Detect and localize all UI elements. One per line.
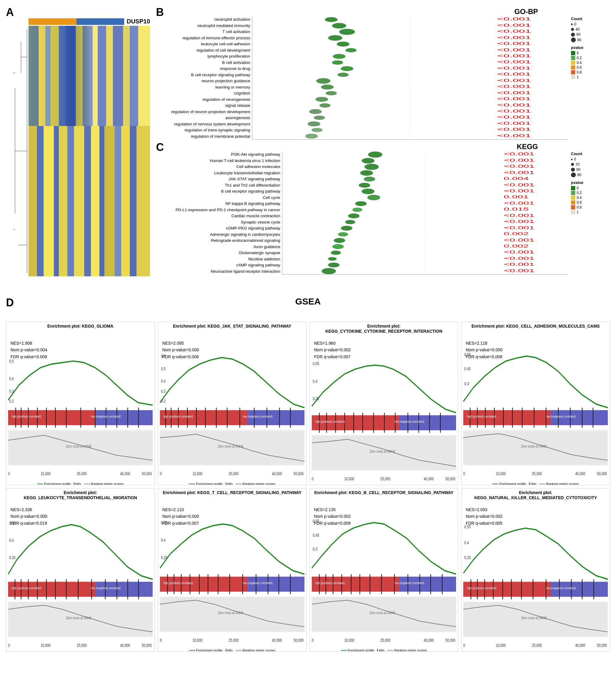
svg-text:Zero cross at 34046: Zero cross at 34046 bbox=[66, 444, 92, 449]
svg-rect-28 bbox=[54, 126, 59, 276]
svg-rect-15 bbox=[66, 26, 76, 126]
svg-text:<0.001: <0.001 bbox=[497, 121, 531, 126]
svg-text:<0.001: <0.001 bbox=[504, 170, 535, 175]
svg-text:40,000: 40,000 bbox=[575, 643, 586, 648]
gsea-card-nk: Enrichment plot: KEGG_NATURAL_KILLER_CEL… bbox=[461, 488, 610, 652]
svg-text:0.002: 0.002 bbox=[504, 244, 529, 248]
svg-text:<0.001: <0.001 bbox=[497, 127, 531, 132]
svg-point-102 bbox=[352, 208, 362, 212]
svg-point-48 bbox=[332, 23, 346, 28]
svg-rect-178 bbox=[279, 408, 280, 428]
svg-text:0: 0 bbox=[160, 638, 162, 643]
svg-rect-21 bbox=[113, 26, 123, 126]
svg-text:10,000: 10,000 bbox=[344, 638, 354, 643]
svg-text:high (positively correlated): high (positively correlated) bbox=[12, 415, 41, 419]
svg-text:25,000: 25,000 bbox=[77, 643, 87, 648]
panel-a: A DUSP10 bbox=[6, 6, 150, 276]
svg-point-101 bbox=[355, 201, 367, 206]
svg-text:50,000: 50,000 bbox=[293, 471, 303, 476]
gsea-card-title-cell-adhesion: Enrichment plot: KEGG_CELL_ADHESION_MOLE… bbox=[463, 324, 608, 329]
svg-text:<0.001: <0.001 bbox=[497, 53, 531, 58]
svg-rect-200 bbox=[362, 412, 363, 433]
svg-text:0.55: 0.55 bbox=[313, 361, 319, 366]
svg-point-66 bbox=[305, 134, 318, 139]
svg-text:high (positively correlated): high (positively correlated) bbox=[467, 415, 496, 419]
svg-text:low (negatively correlated): low (negatively correlated) bbox=[395, 581, 424, 585]
svg-point-51 bbox=[337, 42, 349, 47]
svg-text:40,000: 40,000 bbox=[575, 471, 586, 476]
svg-text:<0.001: <0.001 bbox=[504, 225, 535, 230]
svg-point-49 bbox=[339, 29, 355, 35]
gsea-grid: Enrichment plot: KEGG_GLIOMA NES=1.908 N… bbox=[6, 322, 610, 652]
gsea-stats-cell-adhesion: NES=2.118 Nom p-value=0.000 FDR q-value=… bbox=[466, 340, 502, 360]
svg-text:0.3: 0.3 bbox=[313, 546, 317, 551]
gsea-card-title-glioma: Enrichment plot: KEGG_GLIOMA bbox=[8, 324, 153, 329]
panel-c-label: C bbox=[156, 141, 164, 154]
svg-text:0.4: 0.4 bbox=[9, 376, 14, 381]
svg-rect-311 bbox=[442, 574, 442, 594]
svg-rect-175 bbox=[239, 408, 240, 428]
svg-text:<0.001: <0.001 bbox=[497, 60, 531, 65]
svg-text:<0.001: <0.001 bbox=[497, 29, 531, 33]
svg-point-56 bbox=[338, 73, 349, 77]
svg-rect-206 bbox=[429, 412, 430, 433]
svg-text:0.3: 0.3 bbox=[9, 388, 14, 394]
svg-text:40,000: 40,000 bbox=[120, 471, 130, 476]
svg-text:<0.001: <0.001 bbox=[497, 72, 531, 77]
svg-rect-310 bbox=[430, 574, 431, 594]
svg-rect-207 bbox=[440, 412, 440, 433]
svg-rect-259 bbox=[138, 579, 139, 599]
svg-text:high (positively correlated): high (positively correlated) bbox=[163, 581, 193, 585]
svg-rect-232 bbox=[582, 408, 583, 428]
svg-point-100 bbox=[367, 195, 380, 200]
svg-rect-277 bbox=[199, 574, 200, 594]
svg-point-106 bbox=[338, 232, 348, 236]
svg-text:<0.001: <0.001 bbox=[497, 90, 531, 95]
svg-text:high (positively correlated): high (positively correlated) bbox=[315, 581, 345, 585]
svg-text:0: 0 bbox=[463, 471, 465, 476]
svg-text:0.4: 0.4 bbox=[313, 378, 317, 383]
svg-text:high (positively correlated): high (positively correlated) bbox=[315, 420, 345, 424]
svg-rect-306 bbox=[381, 574, 382, 594]
svg-text:<0.001: <0.001 bbox=[497, 133, 531, 138]
svg-text:0: 0 bbox=[312, 476, 314, 481]
svg-text:high (positively correlated): high (positively correlated) bbox=[12, 586, 41, 590]
svg-text:25,000: 25,000 bbox=[380, 638, 390, 643]
svg-text:40,000: 40,000 bbox=[272, 638, 282, 643]
panel-c: C KEGG PI3K-Akt signaling pathway Human … bbox=[156, 141, 610, 276]
svg-rect-228 bbox=[534, 408, 534, 428]
svg-text:<0.001: <0.001 bbox=[497, 96, 531, 101]
gsea-card-tcell: Enrichment plot: KEGG_T_CELL_RECEPTOR_SI… bbox=[158, 488, 306, 652]
svg-text:<0.001: <0.001 bbox=[504, 164, 535, 169]
svg-text:low (negatively correlated): low (negatively correlated) bbox=[546, 415, 576, 419]
svg-rect-34 bbox=[99, 126, 105, 276]
svg-text:Zero cross at 34046: Zero cross at 34046 bbox=[521, 444, 547, 449]
svg-rect-20 bbox=[106, 26, 113, 126]
svg-text:low (negatively correlated): low (negatively correlated) bbox=[546, 586, 576, 590]
svg-text:0.25: 0.25 bbox=[465, 555, 471, 560]
svg-rect-12 bbox=[45, 26, 50, 126]
svg-rect-285 bbox=[290, 574, 290, 594]
svg-point-104 bbox=[345, 220, 355, 224]
svg-text:Zero cross at 34046: Zero cross at 34046 bbox=[217, 610, 243, 615]
svg-text:0.3: 0.3 bbox=[465, 381, 469, 386]
svg-text:0.5: 0.5 bbox=[161, 366, 165, 371]
svg-point-58 bbox=[321, 85, 334, 89]
svg-text:<0.001: <0.001 bbox=[504, 182, 535, 187]
svg-rect-31 bbox=[74, 126, 84, 276]
svg-point-99 bbox=[361, 189, 374, 194]
top-section: A DUSP10 bbox=[6, 6, 610, 276]
svg-text:<0.001: <0.001 bbox=[504, 213, 535, 218]
kegg-labels: PI3K-Akt signaling pathway Human T-cell … bbox=[168, 151, 282, 275]
panel-d: D GSEA Enrichment plot: KEGG_GLIOMA NES=… bbox=[6, 296, 610, 669]
panel-b-label: B bbox=[156, 6, 164, 19]
gsea-title: GSEA bbox=[6, 296, 610, 307]
svg-point-60 bbox=[315, 97, 328, 102]
svg-rect-144 bbox=[55, 408, 56, 428]
svg-rect-150 bbox=[127, 408, 128, 428]
svg-rect-226 bbox=[512, 408, 513, 428]
svg-text:<0.001: <0.001 bbox=[497, 66, 531, 71]
svg-rect-23 bbox=[130, 26, 138, 126]
svg-text:<0.001: <0.001 bbox=[497, 23, 531, 27]
svg-rect-304 bbox=[359, 574, 360, 594]
